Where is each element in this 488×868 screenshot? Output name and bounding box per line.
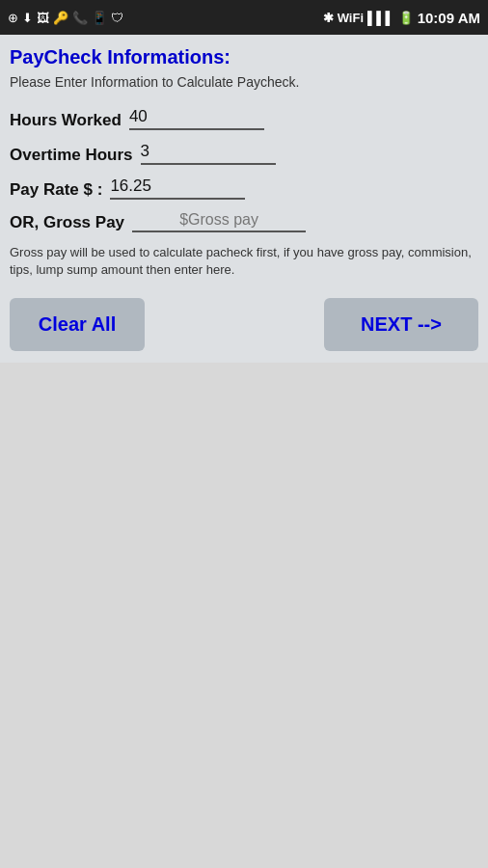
battery-icon: 🔋	[398, 11, 414, 25]
status-time: 10:09 AM	[418, 10, 480, 26]
page-subtitle: Please Enter Information to Calculate Pa…	[10, 74, 478, 90]
status-bar: ⊕ ⬇ 🖼 🔑 📞 📱 🛡 ✱ WiFi ▌▌▌ 🔋 10:09 AM	[0, 0, 488, 35]
buttons-row: Clear All NEXT -->	[10, 298, 478, 351]
signal-icon: ▌▌▌	[367, 11, 394, 25]
hours-worked-row: Hours Worked	[10, 107, 478, 130]
page-title: PayCheck Informations:	[10, 46, 478, 68]
status-bar-right-icons: ✱ WiFi ▌▌▌ 🔋 10:09 AM	[323, 10, 480, 26]
image-icon: 🖼	[37, 11, 49, 25]
bluetooth-icon: ✱	[323, 11, 334, 25]
description-text: Gross pay will be used to calculate pach…	[10, 244, 478, 279]
clear-all-button[interactable]: Clear All	[10, 298, 145, 351]
add-icon: ⊕	[8, 11, 18, 25]
hours-worked-label: Hours Worked	[10, 111, 122, 130]
overtime-hours-input[interactable]	[141, 142, 276, 165]
pay-rate-input[interactable]	[110, 176, 245, 200]
gross-pay-input[interactable]	[132, 211, 306, 232]
hours-worked-input[interactable]	[129, 107, 264, 130]
pay-rate-row: Pay Rate $ :	[10, 176, 478, 200]
overtime-hours-row: Overtime Hours	[10, 142, 478, 165]
gross-pay-row: OR, Gross Pay	[10, 211, 478, 232]
main-content: PayCheck Informations: Please Enter Info…	[0, 35, 488, 363]
overtime-hours-label: Overtime Hours	[10, 146, 133, 165]
phone2-icon: 📱	[92, 11, 107, 25]
phone-icon: 📞	[72, 11, 88, 25]
next-button[interactable]: NEXT -->	[324, 298, 478, 351]
gross-pay-label: OR, Gross Pay	[10, 213, 124, 232]
wifi-icon: WiFi	[338, 11, 364, 25]
status-bar-left-icons: ⊕ ⬇ 🖼 🔑 📞 📱 🛡	[8, 11, 123, 25]
key-icon: 🔑	[53, 11, 68, 25]
download-icon: ⬇	[22, 11, 33, 25]
shield-icon: 🛡	[111, 11, 123, 25]
pay-rate-label: Pay Rate $ :	[10, 180, 102, 200]
